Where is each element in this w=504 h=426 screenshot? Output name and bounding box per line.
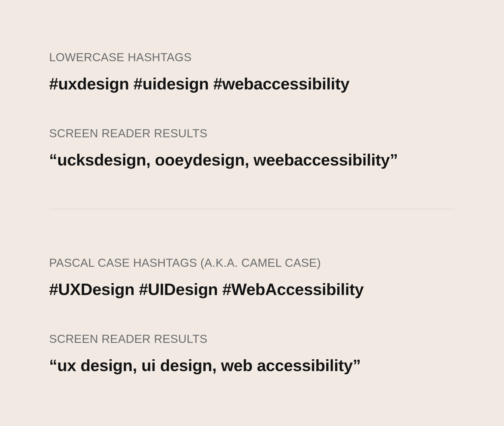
lowercase-hashtags-section: LOWERCASE HASHTAGS #uxdesign #uidesign #… — [49, 50, 455, 94]
screen-reader-results-top-section: SCREEN READER RESULTS “ucksdesign, ooeyd… — [49, 126, 455, 170]
screen-reader-results-bottom-section: SCREEN READER RESULTS “ux design, ui des… — [49, 332, 455, 375]
screen-reader-results-bottom-label: SCREEN READER RESULTS — [49, 332, 455, 346]
lowercase-hashtags-content: #uxdesign #uidesign #webaccessibility — [49, 74, 455, 94]
screen-reader-results-top-label: SCREEN READER RESULTS — [49, 126, 455, 140]
lowercase-hashtags-label: LOWERCASE HASHTAGS — [49, 50, 455, 64]
pascal-case-hashtags-label: PASCAL CASE HASHTAGS (A.K.A. CAMEL CASE) — [49, 256, 455, 270]
screen-reader-results-bottom-content: “ux design, ui design, web accessibility… — [49, 356, 455, 375]
pascal-case-hashtags-section: PASCAL CASE HASHTAGS (A.K.A. CAMEL CASE)… — [49, 256, 455, 299]
divider — [49, 209, 455, 209]
screen-reader-results-top-content: “ucksdesign, ooeydesign, weebaccessibili… — [49, 150, 455, 170]
pascal-case-hashtags-content: #UXDesign #UIDesign #WebAccessibility — [49, 280, 455, 299]
